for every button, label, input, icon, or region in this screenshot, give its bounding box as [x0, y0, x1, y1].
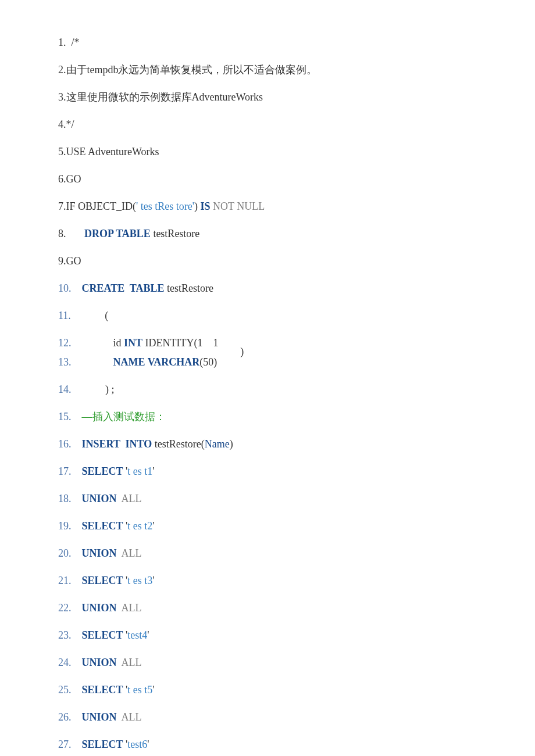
code-text: USE AdventureWorks — [66, 146, 159, 157]
code-line-8: 8. DROP TABLE testRestore — [58, 226, 477, 242]
keyword-select: SELECT — [82, 739, 123, 750]
code-text: IF OBJECT_ID( — [66, 200, 137, 212]
keyword-union: UNION — [82, 493, 117, 504]
line-number: 17. — [58, 465, 72, 477]
line-number: 5. — [58, 146, 66, 157]
line-number: 23. — [58, 629, 72, 641]
comment-text: —插入测试数据： — [82, 411, 166, 422]
keyword-is: IS — [200, 200, 210, 212]
line-number: 18. — [58, 493, 72, 504]
string-literal: t es t1 — [127, 465, 152, 477]
code-line-6: 6.GO — [58, 171, 477, 187]
code-line-27: 27. SELECT 'test6' — [58, 737, 477, 753]
keyword-union: UNION — [82, 547, 117, 559]
keyword-all: ALL — [117, 602, 142, 614]
code-line-4: 4.*/ — [58, 117, 477, 132]
code-text: */ — [66, 119, 74, 130]
code-line-15: 15. —插入测试数据： — [58, 409, 477, 425]
code-text: 这里使用微软的示例数据库AdventureWorks — [66, 91, 263, 103]
line-number: 12. — [58, 337, 72, 349]
keyword-varchar: VARCHAR — [145, 356, 200, 368]
line-number: 9. — [58, 255, 66, 267]
code-text-paren: ) — [240, 346, 244, 357]
line-number: 1. — [58, 37, 66, 48]
line-number: 14. — [58, 384, 72, 395]
string-literal: t es t3 — [127, 575, 152, 586]
code-line-22: 22. UNION ALL — [58, 600, 477, 616]
keyword-union: UNION — [82, 657, 117, 668]
quote: ' — [152, 575, 154, 586]
code-line-10: 10. CREATE TABLE testRestore — [58, 281, 477, 296]
code-text: /* — [66, 37, 80, 48]
keyword-union: UNION — [82, 711, 117, 723]
string-literal: ' tes tRes tore' — [136, 200, 194, 212]
code-line-1: 1. /* — [58, 35, 477, 51]
line-number: 11. — [58, 310, 71, 321]
code-text: IDENTITY(1 1 — [142, 337, 218, 349]
string-literal: test6 — [127, 739, 147, 750]
code-text: ) — [194, 200, 201, 212]
keyword-select: SELECT — [82, 684, 123, 696]
line-number: 25. — [58, 684, 72, 696]
quote: ' — [152, 465, 154, 477]
line-number: 7. — [58, 200, 66, 212]
code-text: (50) — [199, 356, 217, 368]
code-text: testRestore( — [152, 438, 204, 450]
code-line-9: 9.GO — [58, 253, 477, 269]
line-number: 3. — [58, 91, 66, 103]
code-text: id — [82, 337, 124, 349]
keyword-insert-into: INSERT INTO — [82, 438, 152, 450]
keyword-not-null: NOT NULL — [210, 200, 265, 212]
keyword-all: ALL — [117, 493, 142, 504]
code-line-14: 14. ) ; — [58, 382, 477, 397]
line-number: 10. — [58, 282, 72, 294]
keyword-select: SELECT — [82, 575, 123, 586]
string-literal: t es t2 — [127, 520, 152, 532]
line-number: 16. — [58, 438, 72, 450]
line-number: 27. — [58, 739, 72, 750]
line-number: 22. — [58, 602, 72, 614]
code-text: testRestore — [165, 282, 213, 294]
keyword-all: ALL — [117, 711, 142, 723]
code-line-26: 26. UNION ALL — [58, 710, 477, 725]
quote: ' — [147, 629, 149, 641]
line-number: 21. — [58, 575, 72, 586]
quote: ' — [152, 520, 154, 532]
column-name: Name — [205, 438, 230, 450]
code-line-7: 7.IF OBJECT_ID(' tes tRes tore') IS NOT … — [58, 199, 477, 214]
code-line-20: 20. UNION ALL — [58, 546, 477, 561]
line-number: 26. — [58, 711, 72, 723]
keyword-all: ALL — [117, 547, 142, 559]
code-text: GO — [66, 173, 81, 185]
keyword-create-table: CREATE TABLE — [82, 282, 165, 294]
code-line-19: 19. SELECT 't es t2' — [58, 518, 477, 534]
code-text: ) ; — [82, 384, 115, 395]
code-line-5: 5.USE AdventureWorks — [58, 144, 477, 160]
code-line-17: 17. SELECT 't es t1' — [58, 464, 477, 479]
keyword-select: SELECT — [82, 629, 123, 641]
keyword-select: SELECT — [82, 465, 123, 477]
line-number: 20. — [58, 547, 72, 559]
code-line-16: 16. INSERT INTO testRestore(Name) — [58, 436, 477, 452]
string-literal: t es t5 — [127, 684, 152, 696]
string-literal: test4 — [127, 629, 147, 641]
code-line-11: 11. ( — [58, 308, 477, 324]
keyword-int: INT — [124, 337, 142, 349]
line-number: 19. — [58, 520, 72, 532]
code-line-24: 24. UNION ALL — [58, 655, 477, 671]
code-text: ( — [81, 310, 109, 321]
code-line-3: 3.这里使用微软的示例数据库AdventureWorks — [58, 89, 477, 105]
line-number: 8. — [58, 228, 66, 239]
code-line-13: 13. NAME VARCHAR(50)) — [58, 354, 477, 370]
code-line-18: 18. UNION ALL — [58, 491, 477, 507]
code-text: testRestore — [151, 228, 199, 239]
line-number: 13. — [58, 356, 72, 368]
code-line-25: 25. SELECT 't es t5' — [58, 682, 477, 698]
line-number: 24. — [58, 657, 72, 668]
code-line-23: 23. SELECT 'test4' — [58, 628, 477, 643]
line-number: 6. — [58, 173, 66, 185]
code-text: 由于tempdb永远为简单恢复模式，所以不适合做案例。 — [66, 64, 318, 76]
keyword-union: UNION — [82, 602, 117, 614]
keyword-all: ALL — [117, 657, 142, 668]
code-line-2: 2.由于tempdb永远为简单恢复模式，所以不适合做案例。 — [58, 62, 477, 78]
